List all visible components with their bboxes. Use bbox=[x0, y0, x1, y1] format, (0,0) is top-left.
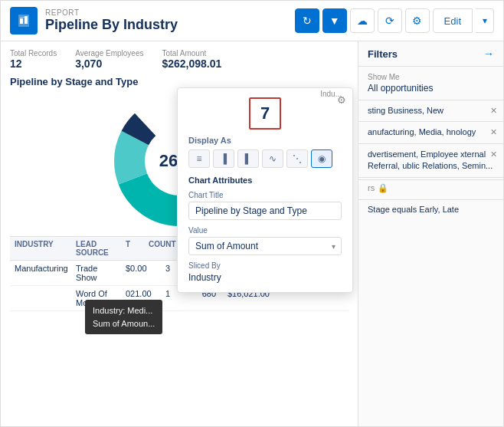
filter-item-2: anufacturing, Media, hnology ✕ bbox=[358, 122, 503, 143]
right-panel: Filters → Show Me All opportunities stin… bbox=[358, 41, 503, 426]
sliced-by-value: Industry bbox=[188, 272, 342, 283]
refresh-btn[interactable]: ↻ bbox=[295, 8, 319, 33]
chart-count-badge: 7 bbox=[249, 97, 281, 130]
settings-btn[interactable]: ⚙ bbox=[405, 8, 430, 33]
filter-item-3-close[interactable]: ✕ bbox=[490, 149, 497, 160]
svg-rect-1 bbox=[20, 18, 23, 24]
popup-gear-icon[interactable]: ⚙ bbox=[337, 94, 346, 106]
stat-value-total-records: 12 bbox=[10, 57, 57, 70]
edit-button[interactable]: Edit bbox=[433, 8, 473, 33]
badge-container: 7 Indu... bbox=[188, 97, 342, 130]
filter-item-2-close[interactable]: ✕ bbox=[490, 126, 497, 138]
chart-title-field-label: Chart Title bbox=[188, 191, 342, 199]
sliced-by-label: Sliced By bbox=[188, 261, 342, 270]
show-me-value: All opportunities bbox=[368, 83, 494, 94]
chart-type-bar[interactable]: ▐ bbox=[213, 149, 234, 168]
filters-header: Filters → bbox=[358, 41, 503, 67]
th-count: COUNT bbox=[144, 237, 175, 260]
tooltip-line1: Industry: Medi... bbox=[93, 304, 155, 317]
stat-label-total-amount: Total Amount bbox=[162, 49, 221, 57]
svg-rect-3 bbox=[20, 17, 28, 18]
stat-value-total-amount: $262,098.01 bbox=[162, 57, 221, 70]
value-field-label: Value bbox=[188, 226, 342, 235]
header-actions: ↻ ▼ ☁ ⟳ ⚙ Edit ▾ bbox=[295, 8, 494, 33]
filters-arrow-icon[interactable]: → bbox=[483, 48, 494, 60]
stat-total-records: Total Records 12 bbox=[10, 49, 57, 70]
filters-title: Filters bbox=[368, 48, 398, 60]
chart-section-title: Pipeline by Stage and Type bbox=[10, 76, 138, 87]
show-me-section: Show Me All opportunities bbox=[358, 67, 503, 100]
td-industry-1: Manufacturing bbox=[10, 261, 71, 285]
stage-filter-row: Stage equals Early, Late bbox=[368, 205, 494, 214]
stat-label-avg-employees: Average Employees bbox=[75, 49, 143, 57]
filter-item-1-close[interactable]: ✕ bbox=[490, 105, 497, 117]
chart-type-row: ≡ ▐ ▌ ∿ ⋱ ◉ bbox=[188, 149, 342, 168]
cloud-btn[interactable]: ☁ bbox=[350, 8, 375, 33]
filter-item-3-text: dvertisement, Employee xternal Referral,… bbox=[368, 149, 493, 170]
filter-item-1: sting Business, New ✕ bbox=[358, 100, 503, 122]
td-lead-1: Trade Show bbox=[71, 261, 121, 285]
stage-filter-text: Stage equals Early, Late bbox=[368, 205, 459, 214]
report-icon-svg bbox=[16, 13, 31, 28]
th-lead-source: LEAD SOURCE bbox=[71, 237, 121, 260]
chart-settings-popup: 7 Indu... ⚙ Display As ≡ ▐ ▌ ∿ ⋱ ◉ Chart… bbox=[177, 87, 353, 293]
report-title: Pipeline By Industry bbox=[45, 17, 178, 33]
value-select-wrapper: Sum of Amount ▾ bbox=[188, 237, 342, 255]
chart-type-line[interactable]: ∿ bbox=[262, 149, 283, 168]
display-as-label: Display As bbox=[188, 136, 342, 145]
filter-btn[interactable]: ▼ bbox=[322, 8, 347, 33]
stat-label-total-records: Total Records bbox=[10, 49, 57, 57]
stats-row: Total Records 12 Average Employees 3,070… bbox=[10, 49, 349, 70]
td-count-1: 3 bbox=[144, 261, 175, 285]
chart-header: Pipeline by Stage and Type bbox=[10, 76, 349, 87]
stat-total-amount: Total Amount $262,098.01 bbox=[162, 49, 221, 70]
report-label: REPORT bbox=[45, 8, 178, 17]
filter-item-2-text: anufacturing, Media, hnology bbox=[368, 127, 476, 136]
header-left: REPORT Pipeline By Industry bbox=[10, 7, 178, 34]
lock-icon: 🔒 bbox=[378, 183, 388, 193]
chart-type-scatter[interactable]: ⋱ bbox=[286, 149, 308, 168]
td-t-1: $0.00 bbox=[121, 261, 144, 285]
stage-filter: Stage equals Early, Late bbox=[358, 199, 503, 218]
chart-attrs-label: Chart Attributes bbox=[188, 176, 342, 185]
filter-item-1-text: sting Business, New bbox=[368, 106, 443, 115]
chart-type-bar2[interactable]: ▌ bbox=[237, 149, 259, 168]
chart-title-input[interactable] bbox=[188, 202, 342, 220]
th-t: T bbox=[121, 237, 144, 260]
header-title-block: REPORT Pipeline By Industry bbox=[45, 8, 178, 33]
stat-avg-employees: Average Employees 3,070 bbox=[75, 49, 143, 70]
filter-item-3: dvertisement, Employee xternal Referral,… bbox=[358, 144, 503, 178]
stat-value-avg-employees: 3,070 bbox=[75, 57, 143, 70]
chart-type-table[interactable]: ≡ bbox=[188, 149, 210, 168]
show-me-label: Show Me bbox=[368, 73, 494, 81]
report-icon bbox=[10, 7, 38, 34]
content-area: Total Records 12 Average Employees 3,070… bbox=[1, 41, 503, 426]
filters-label-text: rs bbox=[368, 183, 375, 192]
tooltip-line2: Sum of Amoun... bbox=[93, 317, 155, 330]
th-industry: INDUSTRY bbox=[10, 237, 71, 260]
edit-dropdown-btn[interactable]: ▾ bbox=[476, 8, 494, 33]
main-container: REPORT Pipeline By Industry ↻ ▼ ☁ ⟳ ⚙ Ed… bbox=[0, 0, 504, 427]
value-select[interactable]: Sum of Amount bbox=[188, 237, 342, 255]
td-industry-2 bbox=[10, 286, 71, 310]
chart-type-donut[interactable]: ◉ bbox=[311, 149, 332, 168]
filter-label-row: rs 🔒 bbox=[358, 179, 503, 196]
filter-items-list: sting Business, New ✕ anufacturing, Medi… bbox=[358, 100, 503, 426]
chart-tooltip: Industry: Medi... Sum of Amoun... bbox=[85, 300, 162, 334]
reload-btn[interactable]: ⟳ bbox=[378, 8, 402, 33]
header: REPORT Pipeline By Industry ↻ ▼ ☁ ⟳ ⚙ Ed… bbox=[1, 1, 503, 41]
left-panel: Total Records 12 Average Employees 3,070… bbox=[1, 41, 358, 426]
